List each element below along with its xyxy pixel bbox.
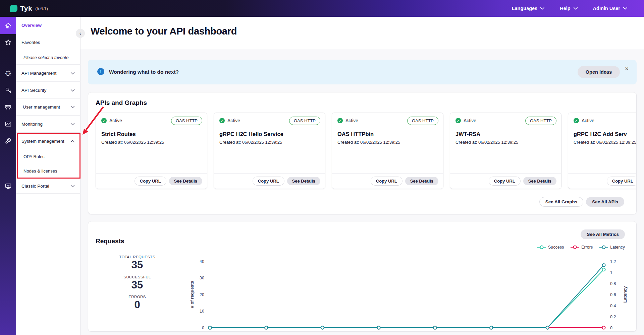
api-cards-row: ✓ Active OAS HTTP Strict Routes Created … bbox=[96, 113, 637, 189]
svg-text:1.2: 1.2 bbox=[610, 259, 616, 264]
check-circle-icon: ✓ bbox=[337, 118, 343, 123]
sidebar-icon-api-security[interactable] bbox=[0, 82, 16, 99]
stat-label: TOTAL REQUESTS bbox=[97, 255, 177, 259]
api-status-label: Active bbox=[109, 118, 122, 123]
svg-text:40: 40 bbox=[200, 259, 204, 264]
legend-label: Errors bbox=[581, 245, 593, 250]
api-card-footer: Copy URL See Details bbox=[568, 173, 637, 189]
api-status: ✓ Active bbox=[101, 118, 122, 123]
svg-text:1: 1 bbox=[610, 270, 612, 275]
see-details-button[interactable]: See Details bbox=[169, 177, 202, 185]
see-details-button[interactable]: See Details bbox=[287, 177, 320, 185]
sidebar-item-user-management[interactable]: User management bbox=[16, 99, 80, 116]
sidebar-subitem-label: Nodes & licenses bbox=[23, 169, 57, 174]
info-banner: ! Wondering what to do next? Open Ideas … bbox=[88, 60, 637, 84]
sidebar-icon-system-management[interactable] bbox=[0, 133, 16, 150]
copy-url-button[interactable]: Copy URL bbox=[489, 177, 521, 186]
chevron-down-icon bbox=[70, 123, 75, 126]
see-details-button[interactable]: See Details bbox=[405, 177, 438, 185]
chevron-down-icon bbox=[70, 185, 75, 188]
legend-label: Latency bbox=[610, 245, 625, 250]
see-all-graphs-button[interactable]: See All Graphs bbox=[539, 197, 584, 207]
home-icon bbox=[5, 22, 12, 29]
banner-text: Wondering what to do next? bbox=[109, 69, 179, 75]
sidebar-item-system-management[interactable]: System management bbox=[16, 133, 80, 150]
tyk-logo[interactable]: Tyk (5.6.1) bbox=[10, 4, 48, 12]
sidebar-item-api-security[interactable]: API Security bbox=[16, 82, 80, 99]
sidebar-icon-user-management[interactable] bbox=[0, 99, 16, 116]
sidebar-item-api-management[interactable]: API Management bbox=[16, 65, 80, 82]
api-card: ✓ Active OAS HTTP gRPC H2C Hello Service… bbox=[214, 113, 325, 189]
admin-user-menu[interactable]: Admin User bbox=[593, 6, 627, 11]
requests-panel-title: Requests bbox=[96, 238, 124, 245]
wrench-icon bbox=[5, 138, 12, 145]
sidebar-item-nodes-licenses[interactable]: Nodes & licenses bbox=[16, 163, 80, 179]
check-circle-icon: ✓ bbox=[574, 118, 579, 123]
svg-text:30: 30 bbox=[200, 276, 204, 280]
chart-point bbox=[602, 326, 605, 329]
languages-menu[interactable]: Languages bbox=[512, 6, 545, 11]
stat-label: ERRORS bbox=[97, 295, 177, 299]
api-card-footer: Copy URL See Details bbox=[214, 173, 325, 189]
legend-item-success[interactable]: Success bbox=[537, 245, 564, 250]
api-status: ✓ Active bbox=[455, 118, 476, 123]
see-all-row: See All Graphs See All APIs bbox=[539, 197, 624, 207]
copy-url-button[interactable]: Copy URL bbox=[135, 177, 166, 186]
star-icon bbox=[5, 39, 12, 46]
sidebar-item-classic-portal[interactable]: Classic Portal bbox=[16, 179, 80, 194]
top-bar-menu: Languages Help Admin User bbox=[512, 6, 627, 11]
chart-point bbox=[209, 326, 212, 329]
api-status-label: Active bbox=[464, 118, 476, 123]
sidebar-icon-classic-portal[interactable]: <> bbox=[0, 179, 16, 194]
favorites-hint-label: Please select a favorite bbox=[23, 55, 68, 60]
close-icon[interactable]: × bbox=[623, 65, 631, 73]
legend-item-errors[interactable]: Errors bbox=[571, 245, 593, 250]
sidebar-icon-overview[interactable] bbox=[0, 17, 16, 34]
copy-url-button[interactable]: Copy URL bbox=[253, 177, 284, 186]
header-divider bbox=[80, 49, 644, 49]
see-details-button[interactable]: See Details bbox=[523, 177, 556, 185]
api-card: ✓ Active OAS HTTP JWT-RSA Created at: 06… bbox=[450, 113, 561, 189]
api-type-badge: OAS HTTP bbox=[525, 117, 556, 125]
api-status-label: Active bbox=[345, 118, 358, 123]
legend-marker-icon bbox=[599, 245, 608, 249]
sidebar-icon-api-management[interactable]: </> bbox=[0, 65, 16, 82]
sidebar-icon-monitoring[interactable] bbox=[0, 116, 16, 133]
see-all-metrics-button[interactable]: See All Metrics bbox=[581, 229, 625, 239]
stat-label: SUCCESSFUL bbox=[97, 275, 177, 279]
legend-marker-icon bbox=[571, 245, 579, 249]
open-ideas-button[interactable]: Open Ideas bbox=[578, 66, 620, 78]
chart-legend: Success Errors Latency bbox=[537, 245, 625, 250]
apis-panel-title: APIs and Graphs bbox=[96, 99, 147, 107]
api-card: ✓ Active OAS HTTP Strict Routes Created … bbox=[96, 113, 207, 189]
sidebar-item-favorites[interactable]: Favorites bbox=[16, 34, 80, 50]
chart-point bbox=[433, 326, 436, 329]
api-created-at: Created at: 06/02/2025 12:39:25 bbox=[219, 140, 282, 145]
check-circle-icon: ✓ bbox=[219, 118, 225, 123]
copy-url-button[interactable]: Copy URL bbox=[371, 177, 402, 186]
legend-label: Success bbox=[548, 245, 564, 250]
help-menu[interactable]: Help bbox=[560, 6, 577, 11]
chevron-down-icon bbox=[574, 7, 578, 10]
chart-point bbox=[490, 326, 493, 329]
sidebar-collapse-button[interactable]: ‹ bbox=[76, 29, 85, 38]
chevron-down-icon bbox=[623, 7, 627, 10]
svg-text:0.8: 0.8 bbox=[610, 281, 616, 286]
sidebar-item-monitoring[interactable]: Monitoring bbox=[16, 116, 80, 133]
sidebar-item-overview[interactable]: Overview bbox=[16, 17, 80, 34]
svg-text:</>: </> bbox=[6, 72, 10, 74]
legend-item-latency[interactable]: Latency bbox=[599, 245, 625, 250]
chart-point bbox=[602, 264, 605, 267]
sidebar-item-opa-rules[interactable]: OPA Rules bbox=[16, 150, 80, 163]
sidebar-item-label: API Management bbox=[21, 71, 56, 76]
app-window: Tyk (5.6.1) Languages Help Admin User bbox=[0, 0, 644, 335]
key-icon bbox=[5, 87, 12, 94]
see-all-apis-button[interactable]: See All APIs bbox=[586, 197, 624, 207]
copy-url-button[interactable]: Copy URL bbox=[607, 177, 637, 186]
monitor-chart-icon bbox=[5, 121, 12, 128]
sidebar-icon-favorites[interactable] bbox=[0, 34, 16, 50]
svg-text:0.6: 0.6 bbox=[610, 292, 616, 297]
requests-stats: TOTAL REQUESTS 35 SUCCESSFUL 35 ERRORS 0 bbox=[97, 255, 177, 315]
sidebar-subitem-label: OPA Rules bbox=[23, 154, 45, 159]
stat-successful: SUCCESSFUL 35 bbox=[97, 275, 177, 291]
